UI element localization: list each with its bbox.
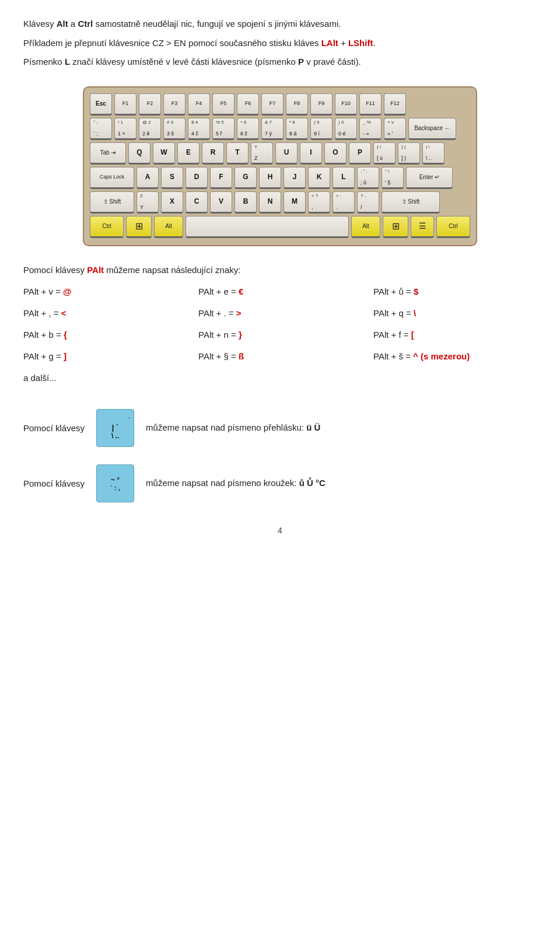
lalt-ref: LAlt [321, 38, 338, 48]
combo-g: PAlt + g = ] [23, 348, 187, 364]
key-d: D [186, 167, 208, 189]
combo-b: PAlt + b = { [23, 327, 187, 343]
palt-section: Pomocí klávesy PAlt můžeme napsat násled… [23, 264, 537, 386]
key-9: ( 99 í [310, 118, 332, 140]
key-f9: F9 [310, 93, 332, 116]
key-backslash: | \\ .. [422, 142, 444, 165]
key-backspace: Backspace ← [408, 118, 456, 140]
key-left-shift: ⇧ Shift [90, 191, 134, 214]
key-lbracket: { /[ ú [373, 142, 396, 165]
key-rbracket: } (] ) [398, 142, 420, 165]
key-left-alt: Alt [154, 216, 183, 238]
combo-n: PAlt + n = } [198, 327, 362, 343]
key-right-shift: ⇧ Shift [382, 191, 440, 214]
key-3: # 33 š [163, 118, 186, 140]
key-tilde: ° ;` ; [90, 118, 112, 140]
combo-q: PAlt + q = \ [373, 305, 537, 321]
combo-section: PAlt + § = ß [198, 348, 362, 364]
l-ref: L [65, 57, 70, 67]
alt-key-ref: Alt [57, 19, 68, 29]
combos-grid: PAlt + v = @ PAlt + e = € PAlt + ů = $ P… [23, 284, 537, 364]
key-f10: F10 [335, 93, 357, 116]
pomocí-label-2: Pomocí klávesy [23, 478, 85, 488]
key-apostrophe: " !' § [382, 167, 404, 189]
key-v: V [210, 191, 232, 214]
key-menu: ☰ [411, 216, 434, 238]
lshift-ref: LShift [348, 38, 373, 48]
key-1: ! 11 + [114, 118, 136, 140]
key-j: J [284, 167, 306, 189]
key-h: H [259, 167, 281, 189]
key-0: ) 00 é [335, 118, 357, 140]
key-s: S [161, 167, 183, 189]
palt-key-label: PAlt [87, 265, 104, 275]
umlaut-text: můžeme napsat nad písmeno přehlásku: ü Ü [146, 421, 320, 435]
key-w: W [153, 142, 175, 165]
key-right-alt: Alt [351, 216, 380, 238]
key-k: K [308, 167, 330, 189]
key-x: X [161, 191, 183, 214]
key-left-win: ⊞ [126, 216, 152, 238]
key-b: B [235, 191, 257, 214]
key-c: C [186, 191, 208, 214]
key-f2: F2 [139, 93, 161, 116]
ctrl-key-ref: Ctrl [78, 19, 93, 29]
key-5: % 55 ř [212, 118, 235, 140]
key-n: N [259, 191, 281, 214]
ring-key-image: ~ ° ` : , [96, 464, 134, 502]
combo-e: PAlt + e = € [198, 284, 362, 299]
key-t: T [226, 142, 249, 165]
key-l: L [332, 167, 355, 189]
key-f6: F6 [237, 93, 259, 116]
paragraph-1: Klávesy Alt a Ctrl samostatně neudělají … [23, 18, 537, 31]
key-g: G [235, 167, 257, 189]
key-right-ctrl: Ctrl [436, 216, 470, 238]
key-m: M [284, 191, 306, 214]
key-u: U [275, 142, 298, 165]
key-e: E [177, 142, 200, 165]
combo-u: PAlt + ů = $ [373, 284, 537, 299]
asdf-row: Caps Lock A S D F G H J K L : " ;; ů " !… [90, 167, 470, 189]
bottom-row: Ctrl ⊞ Alt Alt ⊞ ☰ Ctrl [90, 216, 470, 238]
page-content: Klávesy Alt a Ctrl samostatně neudělají … [23, 18, 537, 535]
key-6: ^ 66 ž [237, 118, 259, 140]
key-f1: F1 [114, 93, 136, 116]
combo-comma: PAlt + , = < [23, 305, 187, 321]
key-o: O [324, 142, 346, 165]
key-comma: < ?, [308, 191, 330, 214]
key-right-win: ⊞ [383, 216, 408, 238]
page-number: 4 [23, 526, 537, 535]
key-7: & 77 ý [261, 118, 284, 140]
key-f11: F11 [359, 93, 382, 116]
combo-s: PAlt + š = ^ (s mezerou) [373, 348, 537, 364]
paragraph-3: Písmenko L značí klávesy umístěné v levé… [23, 55, 537, 69]
key-8: * 88 á [286, 118, 308, 140]
key-f3: F3 [163, 93, 186, 116]
key-f4: F4 [188, 93, 210, 116]
key-caps-lock: Caps Lock [90, 167, 134, 189]
key-equals: + v= ' [384, 118, 406, 140]
keyboard: Esc F1 F2 F3 F4 F5 F6 F7 F8 F9 F10 F11 F… [83, 86, 477, 246]
key-f7: F7 [261, 93, 284, 116]
key-f5: F5 [212, 93, 235, 116]
key-tab: Tab ⇥ [90, 142, 126, 165]
key-q: Q [128, 142, 150, 165]
ring-text: můžeme napsat nad písmeno kroužek: ů Ů °… [146, 477, 326, 490]
key-spacebar [186, 216, 349, 238]
key-f: F [210, 167, 232, 189]
and-more: a další... [23, 370, 537, 386]
umlaut-row: Pomocí klávesy ` | ` \ .. můžeme napsat … [23, 409, 537, 447]
combo-v: PAlt + v = @ [23, 284, 187, 299]
key-period: > :. [332, 191, 355, 214]
function-row: Esc F1 F2 F3 F4 F5 F6 F7 F8 F9 F10 F11 F… [90, 93, 470, 116]
p-ref: P [298, 57, 304, 67]
key-z: ZY [136, 191, 159, 214]
key-minus: _ %- = [359, 118, 382, 140]
keyboard-diagram: Esc F1 F2 F3 F4 F5 F6 F7 F8 F9 F10 F11 F… [23, 86, 537, 246]
combo-f: PAlt + f = [ [373, 327, 537, 343]
paragraph-2: Příkladem je přepnutí klávesnice CZ > EN… [23, 37, 537, 50]
key-enter: Enter ↵ [406, 167, 453, 189]
key-4: $ 44 č [188, 118, 210, 140]
key-a: A [136, 167, 159, 189]
number-row: ° ;` ; ! 11 + @ 22 ě # 33 š $ 44 č % 55 … [90, 118, 470, 140]
